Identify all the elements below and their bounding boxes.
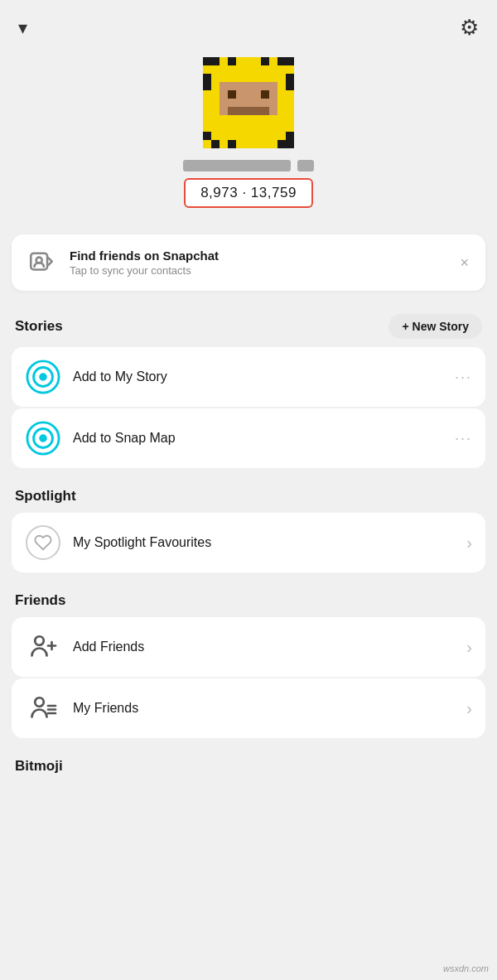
username-extra bbox=[297, 160, 314, 171]
profile-section: 8,973 · 13,759 bbox=[0, 49, 497, 234]
snap-map-label: Add to Snap Map bbox=[73, 431, 443, 446]
find-friends-subtitle: Tap to sync your contacts bbox=[70, 264, 445, 277]
svg-rect-3 bbox=[228, 57, 236, 65]
snap-map-action[interactable]: ··· bbox=[455, 430, 472, 447]
my-story-icon bbox=[25, 359, 61, 395]
svg-rect-13 bbox=[261, 90, 269, 99]
bitmoji-title: Bitmoji bbox=[0, 751, 497, 783]
svg-rect-14 bbox=[228, 107, 269, 115]
svg-point-32 bbox=[35, 698, 44, 707]
add-friends-arrow: › bbox=[466, 638, 472, 657]
friends-title: Friends bbox=[15, 592, 65, 609]
snap-map-icon bbox=[25, 420, 61, 456]
svg-rect-8 bbox=[203, 82, 211, 90]
heart-icon bbox=[25, 524, 61, 561]
svg-rect-10 bbox=[286, 82, 294, 90]
svg-rect-6 bbox=[286, 57, 294, 65]
chevron-down-icon[interactable]: ▾ bbox=[18, 17, 27, 39]
stats-badge: 8,973 · 13,759 bbox=[184, 178, 313, 208]
svg-rect-18 bbox=[277, 140, 286, 148]
username-placeholder bbox=[183, 160, 291, 171]
svg-rect-1 bbox=[203, 57, 211, 65]
svg-rect-15 bbox=[203, 132, 211, 140]
add-friends-item[interactable]: Add Friends › bbox=[12, 617, 485, 677]
svg-rect-17 bbox=[228, 140, 236, 148]
add-to-snap-map-item[interactable]: Add to Snap Map ··· bbox=[12, 408, 485, 468]
top-bar: ▾ ⚙ bbox=[0, 0, 497, 49]
spotlight-list: My Spotlight Favourites › bbox=[12, 513, 485, 572]
svg-rect-2 bbox=[211, 57, 220, 65]
watermark: wsxdn.com bbox=[443, 963, 489, 973]
stories-title: Stories bbox=[15, 318, 63, 335]
svg-rect-4 bbox=[261, 57, 269, 65]
svg-point-29 bbox=[35, 636, 44, 645]
new-story-button[interactable]: + New Story bbox=[388, 314, 482, 339]
avatar[interactable] bbox=[203, 57, 294, 148]
username-bar bbox=[183, 160, 314, 171]
stories-section-header: Stories + New Story bbox=[0, 307, 497, 347]
svg-point-25 bbox=[39, 373, 47, 381]
find-friends-icon bbox=[25, 246, 58, 279]
svg-rect-5 bbox=[277, 57, 286, 65]
svg-rect-19 bbox=[286, 132, 294, 140]
stories-list: Add to My Story ··· Add to Snap Map ··· bbox=[12, 347, 485, 468]
spotlight-favourites-label: My Spotlight Favourites bbox=[73, 535, 455, 550]
svg-rect-7 bbox=[203, 74, 211, 82]
add-friends-icon bbox=[25, 629, 61, 665]
find-friends-banner[interactable]: Find friends on Snapchat Tap to sync you… bbox=[12, 234, 485, 291]
svg-rect-16 bbox=[211, 140, 220, 148]
svg-point-28 bbox=[39, 434, 47, 442]
my-friends-label: My Friends bbox=[73, 701, 455, 716]
my-story-action[interactable]: ··· bbox=[455, 369, 472, 386]
my-friends-icon bbox=[25, 690, 61, 727]
find-friends-text: Find friends on Snapchat Tap to sync you… bbox=[70, 249, 445, 277]
svg-rect-9 bbox=[286, 74, 294, 82]
spotlight-section-header: Spotlight bbox=[0, 481, 497, 513]
gear-icon[interactable]: ⚙ bbox=[460, 15, 479, 41]
svg-rect-21 bbox=[31, 253, 47, 270]
friends-list: Add Friends › My Friends › bbox=[12, 617, 485, 738]
add-friends-label: Add Friends bbox=[73, 640, 455, 654]
my-friends-arrow: › bbox=[466, 699, 472, 718]
friends-section-header: Friends bbox=[0, 586, 497, 617]
add-to-my-story-item[interactable]: Add to My Story ··· bbox=[12, 347, 485, 407]
find-friends-close-button[interactable]: × bbox=[456, 251, 472, 275]
svg-rect-20 bbox=[286, 140, 294, 148]
my-story-label: Add to My Story bbox=[73, 369, 443, 384]
svg-rect-12 bbox=[228, 90, 236, 99]
find-friends-title: Find friends on Snapchat bbox=[70, 249, 445, 263]
spotlight-favourites-item[interactable]: My Spotlight Favourites › bbox=[12, 513, 485, 572]
spotlight-favourites-arrow: › bbox=[466, 533, 472, 553]
spotlight-title: Spotlight bbox=[15, 488, 76, 504]
my-friends-item[interactable]: My Friends › bbox=[12, 678, 485, 738]
